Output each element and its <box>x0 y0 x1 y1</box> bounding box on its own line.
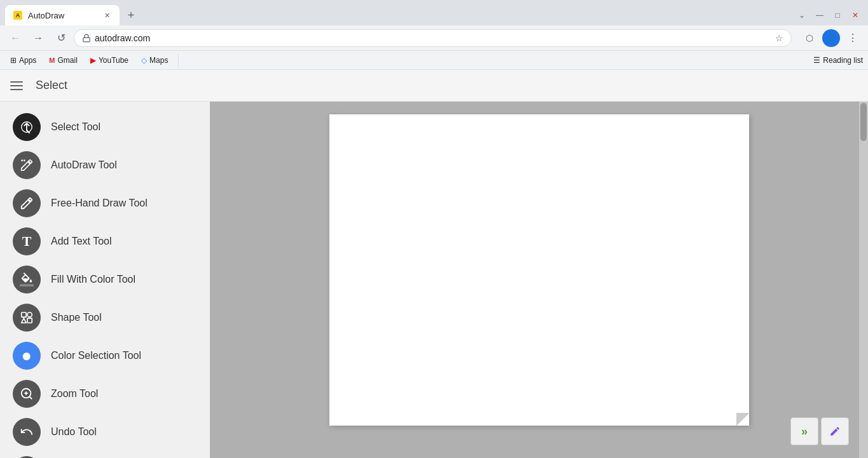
tool-freehand[interactable]: Free-Hand Draw Tool <box>0 184 210 222</box>
bookmark-gmail[interactable]: M Gmail <box>44 55 83 66</box>
reading-list-icon: ☰ <box>813 56 820 65</box>
bookmark-youtube-label: YouTube <box>99 56 128 65</box>
bookmark-maps[interactable]: ◇ Maps <box>136 55 173 66</box>
youtube-icon: ▶ <box>90 56 96 65</box>
text-tool-label: Add Text Tool <box>51 236 111 247</box>
hamburger-line-3 <box>10 89 23 90</box>
lock-icon <box>82 34 91 43</box>
tool-select[interactable]: Select Tool <box>0 108 210 146</box>
star-icon[interactable]: ☆ <box>775 33 783 43</box>
autodraw-tool-label: AutoDraw Tool <box>51 159 117 171</box>
url-text: autodraw.com <box>95 33 150 43</box>
svg-rect-6 <box>27 318 32 323</box>
reading-list-label: Reading list <box>823 56 863 65</box>
tool-zoom[interactable]: Zoom Tool <box>0 375 210 413</box>
extensions-button[interactable]: ⬡ <box>799 28 820 48</box>
fill-icon-svg <box>20 273 34 286</box>
tools-sidebar: Select Tool AutoDraw Tool <box>0 102 210 458</box>
tool-shape[interactable]: Shape Tool <box>0 299 210 337</box>
close-window-button[interactable]: ✕ <box>848 8 863 23</box>
reading-list-button[interactable]: ☰ Reading list <box>813 56 863 65</box>
freehand-icon-svg <box>20 196 34 210</box>
expand-icon: » <box>801 425 808 438</box>
hamburger-line-1 <box>10 81 23 83</box>
svg-rect-0 <box>83 37 90 41</box>
minimize-button[interactable]: — <box>812 8 827 23</box>
autodraw-icon-svg <box>20 158 34 172</box>
tab-title: AutoDraw <box>28 11 97 20</box>
tab-favicon: A <box>13 10 23 20</box>
undo-icon-svg <box>20 425 34 439</box>
undo-tool-label: Undo Tool <box>51 426 97 438</box>
bookmark-apps[interactable]: ⊞ Apps <box>5 55 41 66</box>
fill-tool-icon <box>13 266 41 293</box>
shape-tool-label: Shape Tool <box>51 312 102 323</box>
address-bar[interactable]: autodraw.com ☆ <box>74 29 792 47</box>
app-header: Select <box>0 70 868 102</box>
hamburger-line-2 <box>10 85 23 86</box>
text-icon-letter: T <box>22 233 32 250</box>
canvas-corner <box>736 413 749 426</box>
menu-button[interactable]: ⋮ <box>843 28 863 48</box>
app-title: Select <box>36 79 67 92</box>
tab-dropdown-icon[interactable]: ⌄ <box>794 8 809 23</box>
bookmarks-separator <box>178 54 179 67</box>
undo-tool-icon <box>13 418 41 446</box>
maps-icon: ◇ <box>141 56 147 65</box>
svg-rect-4 <box>22 313 26 317</box>
bookmark-gmail-label: Gmail <box>58 56 78 65</box>
zoom-icon-svg <box>20 387 34 401</box>
new-tab-button[interactable]: + <box>122 6 140 24</box>
scrollbar-thumb[interactable] <box>860 103 867 141</box>
bottom-action-buttons: » <box>790 417 849 445</box>
text-tool-icon: T <box>13 227 41 255</box>
canvas-area: » <box>210 102 868 458</box>
pen-icon-svg <box>829 426 841 437</box>
select-tool-icon <box>13 113 41 141</box>
back-button[interactable]: ← <box>5 28 25 48</box>
svg-point-2 <box>21 159 23 161</box>
drawing-canvas[interactable] <box>329 114 749 426</box>
fill-tool-label: Fill With Color Tool <box>51 274 135 285</box>
tool-delete[interactable]: Delete Tool <box>0 451 210 458</box>
tool-text[interactable]: T Add Text Tool <box>0 222 210 260</box>
hamburger-menu[interactable] <box>10 78 25 93</box>
tab-close-button[interactable]: ✕ <box>102 10 112 20</box>
browser-tab[interactable]: A AutoDraw ✕ <box>5 5 120 25</box>
freehand-tool-label: Free-Hand Draw Tool <box>51 198 148 209</box>
shape-icon-svg <box>20 311 34 325</box>
forward-button[interactable]: → <box>28 28 48 48</box>
bookmark-maps-label: Maps <box>149 56 168 65</box>
select-tool-label: Select Tool <box>51 121 100 133</box>
svg-point-3 <box>24 159 25 161</box>
color-tool-label: Color Selection Tool <box>51 350 141 361</box>
reload-button[interactable]: ↺ <box>51 28 71 48</box>
shape-tool-icon <box>13 304 41 332</box>
bookmark-youtube[interactable]: ▶ YouTube <box>85 55 134 66</box>
maximize-button[interactable]: □ <box>830 8 845 23</box>
expand-button[interactable]: » <box>790 417 818 445</box>
gmail-icon: M <box>49 57 55 64</box>
autodraw-tool-icon <box>13 151 41 179</box>
svg-point-5 <box>27 313 32 317</box>
profile-button[interactable]: 👤 <box>822 29 840 47</box>
tool-undo[interactable]: Undo Tool <box>0 413 210 451</box>
tool-fill[interactable]: Fill With Color Tool <box>0 260 210 299</box>
zoom-tool-label: Zoom Tool <box>51 388 98 400</box>
zoom-tool-icon <box>13 380 41 408</box>
freehand-tool-icon <box>13 189 41 217</box>
tool-autodraw[interactable]: AutoDraw Tool <box>0 146 210 184</box>
right-scrollbar[interactable] <box>859 102 868 458</box>
color-icon-circle: ● <box>22 346 32 366</box>
select-icon-svg <box>20 120 34 134</box>
apps-icon: ⊞ <box>10 56 17 65</box>
svg-line-8 <box>29 396 32 399</box>
tool-color[interactable]: ● Color Selection Tool <box>0 337 210 375</box>
color-tool-icon: ● <box>13 342 41 370</box>
pen-button[interactable] <box>821 417 849 445</box>
bookmark-apps-label: Apps <box>19 56 36 65</box>
